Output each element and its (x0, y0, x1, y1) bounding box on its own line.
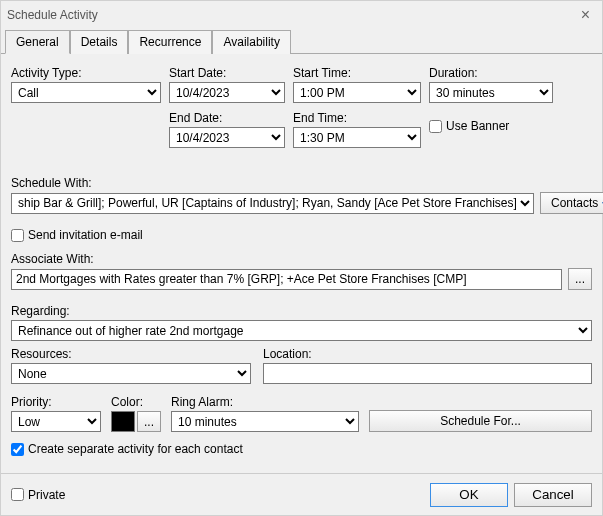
activity-type-label: Activity Type: (11, 66, 161, 80)
tab-general[interactable]: General (5, 30, 70, 54)
send-invitation-checkbox[interactable] (11, 229, 24, 242)
color-swatch[interactable] (111, 411, 135, 432)
duration-label: Duration: (429, 66, 553, 80)
ok-button[interactable]: OK (430, 483, 508, 507)
activity-type-select[interactable]: Call (11, 82, 161, 103)
ring-alarm-label: Ring Alarm: (171, 395, 359, 409)
location-label: Location: (263, 347, 592, 361)
end-time-select[interactable]: 1:30 PM (293, 127, 421, 148)
window-title: Schedule Activity (7, 8, 98, 22)
contacts-button[interactable]: Contacts ▾ (540, 192, 603, 214)
end-date-label: End Date: (169, 111, 285, 125)
color-label: Color: (111, 395, 161, 409)
use-banner-label: Use Banner (446, 119, 509, 133)
location-input[interactable] (263, 363, 592, 384)
resources-label: Resources: (11, 347, 251, 361)
dialog-footer: Private OK Cancel (1, 473, 602, 515)
regarding-label: Regarding: (11, 304, 592, 318)
tab-details[interactable]: Details (70, 30, 129, 54)
tab-availability[interactable]: Availability (212, 30, 290, 54)
send-invitation-label: Send invitation e-mail (28, 228, 143, 242)
ring-alarm-select[interactable]: 10 minutes (171, 411, 359, 432)
cancel-button[interactable]: Cancel (514, 483, 592, 507)
private-checkbox[interactable] (11, 488, 24, 501)
private-label: Private (28, 488, 65, 502)
start-date-select[interactable]: 10/4/2023 (169, 82, 285, 103)
start-time-select[interactable]: 1:00 PM (293, 82, 421, 103)
start-time-label: Start Time: (293, 66, 421, 80)
regarding-select[interactable]: Refinance out of higher rate 2nd mortgag… (11, 320, 592, 341)
end-date-select[interactable]: 10/4/2023 (169, 127, 285, 148)
associate-with-browse-button[interactable]: ... (568, 268, 592, 290)
use-banner-checkbox[interactable] (429, 120, 442, 133)
tab-recurrence[interactable]: Recurrence (128, 30, 212, 54)
resources-select[interactable]: None (11, 363, 251, 384)
tabs: General Details Recurrence Availability (1, 29, 602, 54)
color-browse-button[interactable]: ... (137, 411, 161, 432)
priority-select[interactable]: Low (11, 411, 101, 432)
schedule-for-button[interactable]: Schedule For... (369, 410, 592, 432)
priority-label: Priority: (11, 395, 101, 409)
schedule-with-label: Schedule With: (11, 176, 592, 190)
end-time-label: End Time: (293, 111, 421, 125)
create-separate-checkbox[interactable] (11, 443, 24, 456)
create-separate-label: Create separate activity for each contac… (28, 442, 243, 456)
close-icon[interactable]: × (575, 6, 596, 24)
duration-select[interactable]: 30 minutes (429, 82, 553, 103)
schedule-with-select[interactable]: ship Bar & Grill]; Powerful, UR [Captain… (11, 193, 534, 214)
associate-with-label: Associate With: (11, 252, 592, 266)
associate-with-input[interactable] (11, 269, 562, 290)
start-date-label: Start Date: (169, 66, 285, 80)
titlebar: Schedule Activity × (1, 1, 602, 29)
schedule-activity-dialog: Schedule Activity × General Details Recu… (0, 0, 603, 516)
